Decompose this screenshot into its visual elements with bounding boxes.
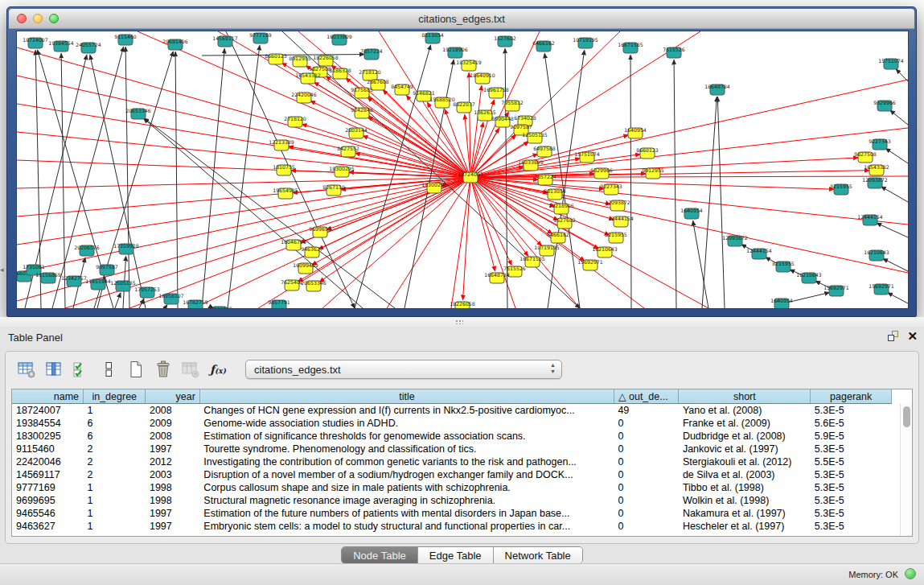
network-node[interactable]: 19218906 <box>548 203 574 215</box>
table-cell[interactable]: Stergiakouli et al. (2012) <box>679 455 811 468</box>
network-node[interactable]: 18226058 <box>450 301 475 309</box>
network-node[interactable]: 16543382 <box>864 164 889 176</box>
table-cell[interactable]: 0 <box>614 507 678 520</box>
network-node[interactable]: 1640954 <box>770 298 793 309</box>
network-node[interactable]: 19218906 <box>442 47 468 59</box>
network-node[interactable]: 12923448 <box>207 306 232 309</box>
delete-table-icon[interactable] <box>179 358 202 381</box>
network-node[interactable]: 1640954 <box>624 127 647 139</box>
network-node[interactable]: 1527602 <box>494 35 516 47</box>
table-cell[interactable]: Dudbridge et al. (2008) <box>679 430 811 443</box>
network-node[interactable]: 15692971 <box>577 259 603 271</box>
float-window-icon[interactable] <box>887 330 899 342</box>
table-cell[interactable]: 0 <box>614 417 678 430</box>
network-node[interactable]: 11156869 <box>35 272 61 284</box>
network-node[interactable]: 15688520 <box>429 97 455 109</box>
table-cell[interactable]: 6 <box>84 417 146 430</box>
network-node[interactable]: 12093872 <box>605 200 630 212</box>
network-node[interactable]: 16648784 <box>704 84 730 96</box>
table-cell[interactable]: 2012 <box>146 455 199 468</box>
network-node[interactable]: 7515526 <box>663 47 685 59</box>
table-cell[interactable]: 9699695 <box>12 494 84 507</box>
table-cell[interactable]: 6 <box>84 430 146 443</box>
table-cell[interactable]: Wolkin et al. (1998) <box>679 494 811 507</box>
network-node[interactable]: 16671585 <box>618 42 643 54</box>
network-node[interactable]: 9115460 <box>114 34 137 46</box>
table-cell[interactable]: 5.3E-5 <box>811 404 892 418</box>
network-node[interactable]: 9329966 <box>873 100 896 112</box>
table-cell[interactable]: 2008 <box>146 430 199 443</box>
network-node[interactable]: 1527602 <box>553 217 576 229</box>
network-node[interactable]: 18300295 <box>329 166 355 178</box>
tab-network-table[interactable]: Network Table <box>494 547 582 563</box>
column-header-short[interactable]: short <box>679 389 811 404</box>
network-node[interactable]: 16543382 <box>295 72 321 84</box>
table-cell[interactable]: Tourette syndrome. Phenomenology and cla… <box>199 443 614 455</box>
network-node[interactable]: 15751074 <box>878 58 904 70</box>
table-cell[interactable]: Jankovic et al. (1997) <box>679 443 811 455</box>
network-node[interactable]: 12505135 <box>110 280 136 292</box>
table-cell[interactable]: Franke et al. (2009) <box>679 417 811 430</box>
table-cell[interactable]: 1 <box>84 520 146 533</box>
network-node[interactable]: 8454749 <box>391 84 413 96</box>
close-icon[interactable]: ✕ <box>907 330 918 342</box>
delete-column-icon[interactable] <box>152 358 175 381</box>
table-row[interactable]: 2242004622012Investigating the contribut… <box>12 455 892 468</box>
network-node[interactable]: 9857791 <box>268 299 290 309</box>
unselect-rows-icon[interactable] <box>97 358 120 381</box>
table-cell[interactable]: Estimation of significance thresholds fo… <box>199 430 614 443</box>
table-row[interactable]: 1872400712008Changes of HCN gene express… <box>12 404 892 418</box>
table-cell[interactable]: Yano et al. (2008) <box>679 404 811 418</box>
table-cell[interactable]: 9777169 <box>12 481 84 494</box>
network-node[interactable]: 15751074 <box>574 151 600 163</box>
network-node[interactable]: 22420046 <box>291 92 317 104</box>
table-row[interactable]: 911546021997Tourette syndrome. Phenomeno… <box>12 443 892 455</box>
table-cell[interactable]: Genome-wide association studies in ADHD. <box>199 417 614 430</box>
table-mode-icon[interactable] <box>15 358 38 381</box>
table-cell[interactable]: 0 <box>614 443 678 455</box>
network-node[interactable]: 12213389 <box>269 139 294 151</box>
table-cell[interactable]: 14569117 <box>12 468 84 481</box>
table-selector-combo[interactable]: citations_edges.txt ▲▼ <box>245 360 562 379</box>
network-node[interactable]: 20206576 <box>74 245 100 257</box>
network-node[interactable]: 12505135 <box>522 132 548 144</box>
network-node[interactable]: 18325419 <box>456 60 482 72</box>
table-cell[interactable]: 2 <box>84 468 146 481</box>
table-cell[interactable]: 19384554 <box>12 417 84 430</box>
tab-node-table[interactable]: Node Table <box>342 547 418 563</box>
table-cell[interactable]: 9115460 <box>12 443 84 455</box>
table-cell[interactable]: 2008 <box>146 404 199 418</box>
network-node[interactable]: 12093872 <box>862 177 888 189</box>
table-cell[interactable]: 0 <box>614 494 678 507</box>
network-node[interactable]: 10719195 <box>573 37 598 49</box>
table-cell[interactable]: 2003 <box>146 468 199 481</box>
network-node[interactable]: 9097587 <box>96 264 118 276</box>
split-grip-icon[interactable] <box>455 319 463 324</box>
table-cell[interactable]: 1997 <box>146 507 199 520</box>
network-node[interactable]: 24055724 <box>76 42 101 54</box>
tab-edge-table[interactable]: Edge Table <box>418 547 494 563</box>
table-cell[interactable]: 1 <box>84 494 146 507</box>
network-node[interactable]: 20653346 <box>301 280 326 292</box>
network-node[interactable]: 8215955 <box>605 232 627 244</box>
table-cell[interactable]: 5.3E-5 <box>811 494 892 507</box>
table-cell[interactable]: 5.5E-5 <box>811 455 892 468</box>
network-node[interactable]: 7625402 <box>281 279 303 291</box>
table-cell[interactable]: 1998 <box>146 494 199 507</box>
column-header-name[interactable]: name <box>12 389 84 404</box>
network-node[interactable]: 18640910 <box>470 72 495 84</box>
table-cell[interactable]: 2009 <box>146 417 199 430</box>
table-cell[interactable]: 5.3E-5 <box>811 520 892 533</box>
network-canvas-svg[interactable]: 1872400719384554240557249115460206914061… <box>17 31 908 308</box>
network-node[interactable]: 17957253 <box>134 286 160 299</box>
network-node[interactable]: 12444154 <box>746 248 772 260</box>
table-cell[interactable]: 22420046 <box>12 455 84 468</box>
table-cell[interactable]: 9465546 <box>12 507 84 520</box>
table-cell[interactable]: 1 <box>84 481 146 494</box>
network-node[interactable]: 18226058 <box>313 55 339 67</box>
table-cell[interactable]: 5.6E-5 <box>811 417 892 430</box>
table-cell[interactable]: 1997 <box>146 520 199 533</box>
column-header-year[interactable]: year <box>146 389 199 404</box>
table-cell[interactable]: 18724007 <box>12 404 84 418</box>
network-node[interactable]: 16782759 <box>183 299 208 309</box>
